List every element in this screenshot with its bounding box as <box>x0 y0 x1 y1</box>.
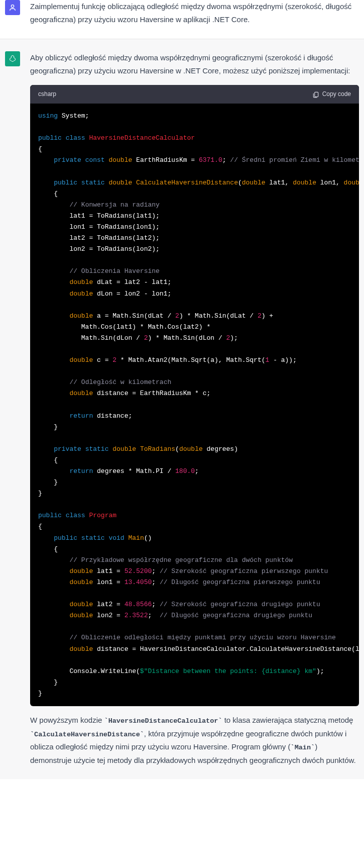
user-text: Zaimplementuj funkcję obliczającą odległ… <box>30 0 359 27</box>
code-header: csharp Copy code <box>30 85 359 104</box>
inline-code: `HaversineDistanceCalculator` <box>104 717 222 725</box>
inline-code: `Main` <box>291 744 315 751</box>
user-avatar <box>5 0 20 15</box>
assistant-message-content: Aby obliczyć odległość między dwoma wspó… <box>30 51 359 767</box>
assistant-outro: W powyższym kodzie `HaversineDistanceCal… <box>30 714 359 767</box>
copy-code-label: Copy code <box>322 89 351 100</box>
inline-code: `CalculateHaversineDistance` <box>30 731 144 738</box>
code-scroll[interactable]: using System; public class HaversineDist… <box>30 104 359 706</box>
openai-icon <box>9 55 17 63</box>
svg-rect-1 <box>314 92 318 97</box>
assistant-message: Aby obliczyć odległość między dwoma wspó… <box>0 39 364 780</box>
assistant-intro: Aby obliczyć odległość między dwoma wspó… <box>30 51 359 78</box>
user-message-content: Zaimplementuj funkcję obliczającą odległ… <box>30 0 359 27</box>
svg-point-0 <box>11 5 14 8</box>
code-content: using System; public class HaversineDist… <box>30 104 359 706</box>
clipboard-icon <box>312 91 319 98</box>
assistant-avatar <box>5 51 20 66</box>
person-icon <box>9 4 17 12</box>
copy-code-button[interactable]: Copy code <box>312 89 351 100</box>
code-language-label: csharp <box>38 89 56 100</box>
code-block: csharp Copy code using System; public cl… <box>30 85 359 706</box>
user-message: Zaimplementuj funkcję obliczającą odległ… <box>0 0 364 39</box>
